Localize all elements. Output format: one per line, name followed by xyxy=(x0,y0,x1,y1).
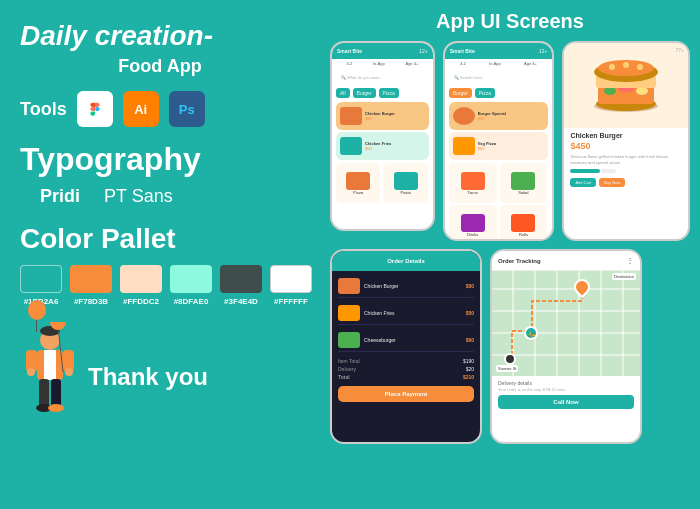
swatch-ffffff: #FFFFFF xyxy=(270,265,312,306)
order-item-2: Chicken Fries $50 xyxy=(332,300,480,327)
swatch-color-dark xyxy=(220,265,262,293)
font-pridi: Pridi xyxy=(40,186,80,207)
ps-label: Ps xyxy=(179,102,195,117)
svg-point-25 xyxy=(637,64,643,70)
thank-you-section: Thank you xyxy=(20,322,300,432)
order-item-3-name: Cheeseburger xyxy=(364,337,396,343)
svg-rect-8 xyxy=(39,379,49,407)
swatch-3f4e4d: #3F4E4D xyxy=(220,265,262,306)
phone-screen-5: Order Tracking ⋮ 🛵 Destination Sun xyxy=(490,249,642,444)
photoshop-tool-icon[interactable]: Ps xyxy=(169,91,205,127)
svg-point-17 xyxy=(604,87,616,95)
cat-pizza2[interactable]: Pizza xyxy=(475,88,495,98)
swatch-color-teal xyxy=(20,265,62,293)
swatch-ffddc2: #FFDDC2 xyxy=(120,265,162,306)
swatch-8dfae0: #8DFAE0 xyxy=(170,265,212,306)
color-swatches: #1EB2A6 #F78D3B #FFDDC2 #8DFAE0 #3F4E4D … xyxy=(20,265,300,306)
swatch-color-mint xyxy=(170,265,212,293)
subtitle: Food App xyxy=(20,56,300,77)
person-figure xyxy=(20,322,80,432)
food-categories: All Burger Pizza xyxy=(332,86,433,100)
delivery-address: Your order is on the way. ETA 15 mins xyxy=(498,387,634,392)
swatch-label-6: #FFFFFF xyxy=(274,297,308,306)
svg-point-23 xyxy=(609,64,615,70)
order-item-3-price: $60 xyxy=(466,337,474,343)
mini-card-4: Salad xyxy=(500,163,548,203)
product-desc: Delicious flame-grilled chicken burger w… xyxy=(570,154,682,165)
phone-screen-4: Order Details Chicken Burger $80 Chicken… xyxy=(330,249,482,444)
food-item-row-3: Drinks Rolls xyxy=(445,204,553,241)
phone-screen-2: Smart Bite 12+ 4.2In-AppAge 4+ 🔍 Search … xyxy=(443,41,555,241)
font-ptsans: PT Sans xyxy=(104,186,173,207)
swatch-color-white xyxy=(270,265,312,293)
svg-rect-9 xyxy=(51,379,61,407)
figma-tool-icon[interactable] xyxy=(77,91,113,127)
swatch-1eb2a6: #1EB2A6 xyxy=(20,265,62,306)
svg-point-24 xyxy=(623,62,629,68)
svg-rect-3 xyxy=(44,350,56,380)
app-ui-title: App UI Screens xyxy=(330,10,690,33)
mini-card-5: Drinks xyxy=(449,205,497,241)
svg-point-6 xyxy=(27,368,35,376)
swatch-label-4: #8DFAE0 xyxy=(174,297,209,306)
tools-label: Tools xyxy=(20,99,67,120)
search-bar-2[interactable]: 🔍 Search food... xyxy=(449,71,549,83)
buy-now-button[interactable]: Buy Now xyxy=(599,178,625,187)
ai-label: Ai xyxy=(134,102,147,117)
illustrator-tool-icon[interactable]: Ai xyxy=(123,91,159,127)
svg-point-19 xyxy=(636,87,648,95)
left-panel: Daily creation- Food App Tools Ai Ps Typ… xyxy=(20,20,300,432)
swatch-color-peach xyxy=(120,265,162,293)
cat-pizza[interactable]: Pizza xyxy=(379,88,399,98)
food-card-2: Chicken Fries $50 xyxy=(336,132,429,160)
tools-row: Tools Ai Ps xyxy=(20,91,300,127)
cat-burger[interactable]: Burger xyxy=(353,88,376,98)
order-item-1: Chicken Burger $80 xyxy=(332,271,480,300)
right-panel: App UI Screens Smart Bite 12+ 4.2In-AppA… xyxy=(330,10,690,444)
call-now-button[interactable]: Call Now xyxy=(498,395,634,409)
screens-bottom-row: Order Details Chicken Burger $80 Chicken… xyxy=(330,249,690,444)
swatch-label-5: #3F4E4D xyxy=(224,297,258,306)
product-name: Chicken Burger xyxy=(570,132,622,139)
mini-card-1: Pizza xyxy=(336,163,380,203)
food-card-4: Veg Pizza $60 xyxy=(449,132,549,160)
place-order-button[interactable]: Place Payment xyxy=(338,386,474,402)
start-pin xyxy=(504,353,516,365)
start-label: Sunrise St xyxy=(496,365,518,372)
mini-card-2: Pasta xyxy=(383,163,427,203)
phone-screen-3: 77+ Chic xyxy=(562,41,690,241)
order-item-3: Cheeseburger $60 xyxy=(332,327,480,354)
order-title: Order Details xyxy=(387,258,425,264)
swatch-label-3: #FFDDC2 xyxy=(123,297,159,306)
screens-top-row: Smart Bite 12+ 4.2In-AppAge 4+ 🔍 What do… xyxy=(330,41,690,241)
mini-card-6: Rolls xyxy=(500,205,548,241)
cat-all[interactable]: All xyxy=(336,88,350,98)
font-names: Pridi PT Sans xyxy=(20,186,300,207)
order-item-2-name: Chicken Fries xyxy=(364,310,395,316)
order-item-1-price: $80 xyxy=(466,283,474,289)
food-card-1: Chicken Burger $80 xyxy=(336,102,429,130)
food-categories-2: Burger Pizza xyxy=(445,86,553,100)
cat-burger2[interactable]: Burger xyxy=(449,88,472,98)
add-cart-button[interactable]: Add Cart xyxy=(570,178,596,187)
color-pallet-title: Color Pallet xyxy=(20,223,300,255)
order-item-1-name: Chicken Burger xyxy=(364,283,398,289)
mini-card-3: Tacos xyxy=(449,163,497,203)
thank-you-text: Thank you xyxy=(88,363,208,391)
phone-screen-1: Smart Bite 12+ 4.2In-AppAge 4+ 🔍 What do… xyxy=(330,41,435,231)
product-price: $450 xyxy=(570,141,682,151)
map-title: Order Tracking xyxy=(498,258,541,264)
food-card-3: Burger Special $90 xyxy=(449,102,549,130)
search-bar-1[interactable]: 🔍 What do you want... xyxy=(336,71,429,83)
balloon xyxy=(28,300,46,320)
page-title: Daily creation- xyxy=(20,20,300,52)
person-svg xyxy=(20,322,80,417)
swatch-label-2: #F78D3B xyxy=(74,297,108,306)
swatch-color-orange xyxy=(70,265,112,293)
delivery-status-text: Delivery details xyxy=(498,380,634,386)
svg-point-11 xyxy=(48,404,64,412)
swatch-f78d3b: #F78D3B xyxy=(70,265,112,306)
order-item-2-price: $50 xyxy=(466,310,474,316)
burger-image xyxy=(590,56,662,116)
food-item-row: Pizza Pasta xyxy=(332,162,433,204)
